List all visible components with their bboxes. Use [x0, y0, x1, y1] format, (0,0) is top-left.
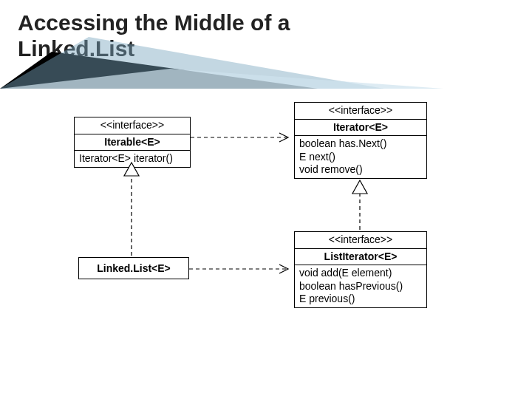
listiterator-op2: boolean hasPrevious() [299, 280, 422, 293]
iterator-ops: boolean has.Next() E next() void remove(… [295, 136, 426, 178]
listiterator-name: ListIterator<E> [295, 249, 426, 266]
listiterator-op1: void add(E element) [299, 267, 422, 280]
listiterator-ops: void add(E element) boolean hasPrevious(… [295, 265, 426, 307]
iterable-op1: Iterator<E> iterator() [75, 151, 190, 167]
diagram-canvas: <<interface>> Iterable<E> Iterator<E> it… [0, 0, 532, 399]
listiterator-op3: E previous() [299, 293, 422, 306]
tri-listiterator-iterator [352, 180, 367, 194]
iterator-stereotype: <<interface>> [295, 103, 426, 120]
svg-marker-0 [0, 52, 318, 89]
iterator-op3: void remove() [299, 163, 422, 177]
arrow-linkedlist-to-listiterator [279, 265, 288, 273]
class-iterator: <<interface>> Iterator<E> boolean has.Ne… [294, 102, 427, 179]
svg-marker-1 [0, 37, 384, 89]
iterator-name: Iterator<E> [295, 120, 426, 137]
slide-decoration [0, 0, 532, 89]
arrow-iterable-to-iterator [279, 133, 288, 142]
iterator-op1: boolean has.Next() [299, 137, 422, 151]
listiterator-stereotype: <<interface>> [295, 232, 426, 249]
class-linkedlist: Linked.List<E> [78, 257, 189, 279]
svg-marker-2 [0, 69, 443, 89]
connector-layer [0, 0, 532, 399]
iterable-stereotype: <<interface>> [75, 117, 190, 134]
class-listiterator: <<interface>> ListIterator<E> void add(E… [294, 231, 427, 308]
linkedlist-name: Linked.List<E> [79, 258, 188, 279]
iterator-op2: E next() [299, 151, 422, 164]
class-iterable: <<interface>> Iterable<E> Iterator<E> it… [74, 117, 191, 168]
iterable-name: Iterable<E> [75, 134, 190, 151]
